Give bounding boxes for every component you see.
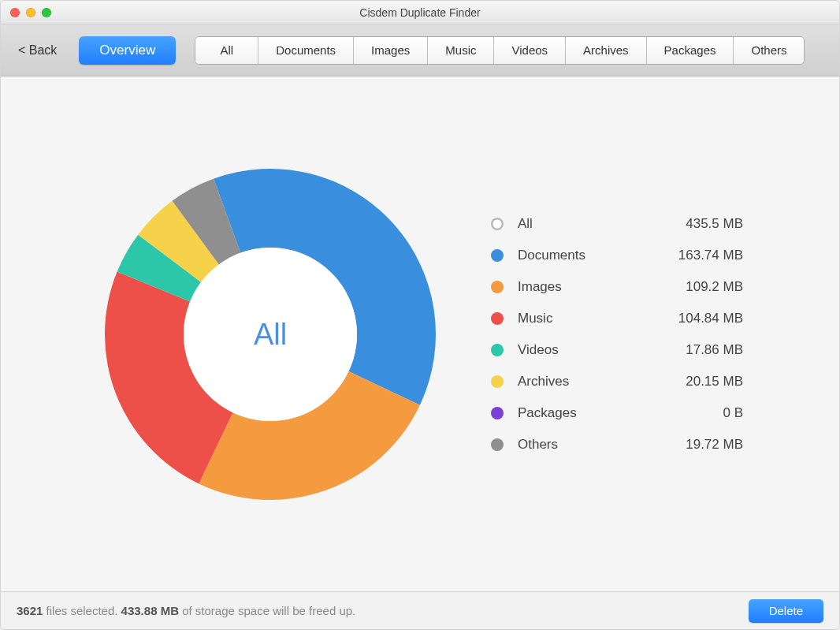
tab-others[interactable]: Others	[734, 37, 804, 64]
legend-name: Videos	[518, 342, 650, 358]
tab-documents[interactable]: Documents	[258, 37, 354, 64]
window-title: Cisdem Duplicate Finder	[1, 6, 839, 19]
tab-packages[interactable]: Packages	[647, 37, 734, 64]
legend-dot	[491, 344, 504, 356]
legend-value: 435.5 MB	[664, 216, 743, 232]
legend: All 435.5 MB Documents 163.74 MB Images …	[491, 216, 743, 453]
legend-item-documents[interactable]: Documents 163.74 MB	[491, 248, 743, 263]
legend-value: 163.74 MB	[664, 248, 743, 263]
legend-value: 19.72 MB	[664, 437, 743, 453]
overview-button[interactable]: Overview	[79, 36, 176, 65]
legend-dot	[491, 249, 504, 262]
legend-item-music[interactable]: Music 104.84 MB	[491, 311, 743, 326]
legend-value: 0 B	[664, 405, 743, 421]
footer-status: 3621 files selected. 433.88 MB of storag…	[17, 604, 355, 617]
legend-dot	[491, 407, 504, 419]
legend-dot	[491, 281, 504, 293]
legend-value: 20.15 MB	[664, 374, 743, 390]
footer: 3621 files selected. 433.88 MB of storag…	[1, 591, 839, 629]
legend-item-videos[interactable]: Videos 17.86 MB	[491, 342, 743, 358]
titlebar: Cisdem Duplicate Finder	[1, 1, 839, 24]
legend-item-all[interactable]: All 435.5 MB	[491, 216, 743, 232]
legend-name: Others	[518, 437, 650, 453]
tab-all[interactable]: All	[195, 37, 258, 64]
app-window: Cisdem Duplicate Finder < Back Overview …	[0, 0, 840, 630]
chart-center-label: All	[254, 317, 287, 351]
legend-item-packages[interactable]: Packages 0 B	[491, 405, 743, 421]
tab-music[interactable]: Music	[428, 37, 494, 64]
legend-value: 17.86 MB	[664, 342, 743, 358]
legend-name: Images	[518, 279, 650, 295]
legend-dot	[491, 438, 504, 451]
footer-count: 3621	[17, 604, 43, 617]
main-content: All All 435.5 MB Documents 163.74 MB Ima…	[1, 76, 839, 591]
legend-item-archives[interactable]: Archives 20.15 MB	[491, 374, 743, 390]
legend-value: 104.84 MB	[664, 311, 743, 326]
tab-images[interactable]: Images	[354, 37, 428, 64]
category-tab-strip: All Documents Images Music Videos Archiv…	[195, 36, 805, 65]
footer-size: 433.88 MB	[121, 604, 179, 617]
legend-value: 109.2 MB	[664, 279, 743, 295]
donut-chart: All	[97, 161, 444, 508]
toolbar: < Back Overview All Documents Images Mus…	[1, 24, 839, 76]
legend-dot	[491, 375, 504, 388]
legend-item-others[interactable]: Others 19.72 MB	[491, 437, 743, 453]
footer-size-suffix: of storage space will be freed up.	[179, 604, 355, 617]
tab-videos[interactable]: Videos	[494, 37, 566, 64]
legend-name: Archives	[518, 374, 650, 390]
legend-name: Packages	[518, 405, 650, 421]
legend-item-images[interactable]: Images 109.2 MB	[491, 279, 743, 295]
legend-dot-all	[491, 218, 504, 230]
tab-archives[interactable]: Archives	[566, 37, 647, 64]
legend-name: All	[518, 216, 650, 232]
footer-count-suffix: files selected.	[43, 604, 121, 617]
legend-dot	[491, 312, 504, 325]
delete-button[interactable]: Delete	[749, 599, 823, 623]
legend-name: Documents	[518, 248, 650, 263]
legend-name: Music	[518, 311, 650, 326]
back-button[interactable]: < Back	[15, 39, 60, 62]
